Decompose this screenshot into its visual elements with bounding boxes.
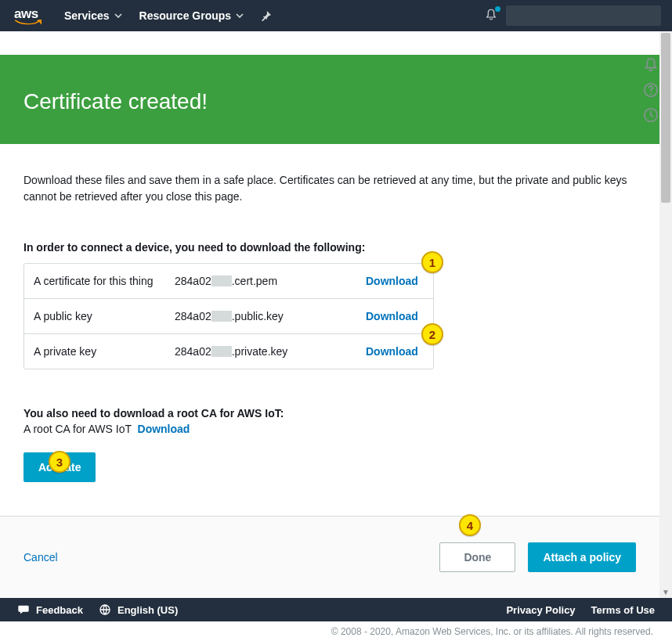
feedback-label: Feedback [36, 604, 83, 616]
annotation-4: 4 [459, 514, 481, 536]
file-name: 284a02.private.key [165, 333, 356, 369]
nav-resource-groups-label: Resource Groups [139, 9, 231, 22]
notification-dot [495, 6, 500, 12]
download-link[interactable]: Download [366, 345, 418, 358]
rootca-download-link[interactable]: Download [138, 423, 190, 435]
redacted [211, 311, 232, 322]
nav-services-label: Services [64, 9, 110, 22]
globe-icon [99, 603, 111, 616]
cancel-link[interactable]: Cancel [23, 551, 58, 564]
file-desc: A certificate for this thing [24, 264, 165, 298]
aws-smile-icon [14, 20, 42, 25]
top-nav: aws Services Resource Groups [0, 0, 672, 31]
file-desc: A private key [24, 333, 165, 369]
chevron-down-icon [236, 12, 244, 20]
feedback-link[interactable]: Feedback [17, 603, 83, 616]
lead-text: Download these files and save them in a … [23, 172, 634, 205]
scrollbar-thumb[interactable] [661, 33, 670, 203]
copyright: © 2008 - 2020, Amazon Web Services, Inc.… [0, 621, 672, 641]
files-table: A certificate for this thing 284a02.cert… [23, 263, 434, 369]
annotation-2: 2 [421, 323, 443, 345]
svg-point-2 [650, 93, 652, 95]
redacted [211, 346, 232, 357]
banner: Certificate created! [0, 55, 659, 144]
language-label: English (US) [117, 604, 178, 616]
privacy-link[interactable]: Privacy Policy [506, 604, 575, 616]
nav-resource-groups[interactable]: Resource Groups [139, 9, 244, 22]
attach-policy-button[interactable]: Attach a policy [528, 542, 636, 572]
aws-logo-text: aws [14, 7, 38, 20]
rootca-title: You also need to download a root CA for … [23, 407, 636, 420]
speech-bubble-icon [17, 603, 30, 616]
support-icon[interactable] [642, 106, 659, 124]
nav-services[interactable]: Services [64, 9, 122, 22]
file-desc: A public key [24, 298, 165, 333]
table-row: A public key 284a02.public.key Download [24, 298, 433, 333]
footer: Feedback English (US) Privacy Policy Ter… [0, 598, 672, 621]
bell-icon[interactable] [642, 56, 659, 74]
rootca-text: A root CA for AWS IoT [23, 423, 132, 435]
download-link[interactable]: Download [366, 275, 418, 287]
language-selector[interactable]: English (US) [99, 603, 178, 616]
notifications-bell-icon[interactable] [484, 8, 498, 24]
help-icon[interactable] [642, 81, 659, 99]
chevron-down-icon [114, 12, 122, 20]
account-menu[interactable] [506, 5, 661, 26]
redacted [211, 275, 232, 286]
page: Certificate created! Download these file… [0, 31, 659, 598]
table-row: A certificate for this thing 284a02.cert… [24, 264, 433, 298]
actions-bar: Cancel Done Attach a policy [0, 516, 659, 598]
root-ca-section: You also need to download a root CA for … [23, 407, 636, 435]
table-row: A private key 284a02.private.key Downloa… [24, 333, 433, 369]
content: Download these files and save them in a … [0, 144, 659, 498]
annotation-3: 3 [49, 451, 70, 473]
subhead: In order to connect a device, you need t… [23, 241, 636, 254]
download-link[interactable]: Download [366, 310, 418, 322]
banner-title: Certificate created! [23, 89, 208, 113]
side-icons [642, 56, 659, 124]
terms-link[interactable]: Terms of Use [591, 604, 655, 616]
file-name: 284a02.public.key [165, 298, 356, 333]
scrollbar[interactable]: ▲ ▼ [659, 31, 672, 598]
file-name: 284a02.cert.pem [165, 264, 356, 298]
aws-logo[interactable]: aws [14, 7, 42, 25]
scroll-down-arrow[interactable]: ▼ [659, 585, 672, 598]
pin-icon[interactable] [261, 10, 272, 21]
done-button[interactable]: Done [439, 542, 515, 572]
annotation-1: 1 [421, 251, 443, 273]
